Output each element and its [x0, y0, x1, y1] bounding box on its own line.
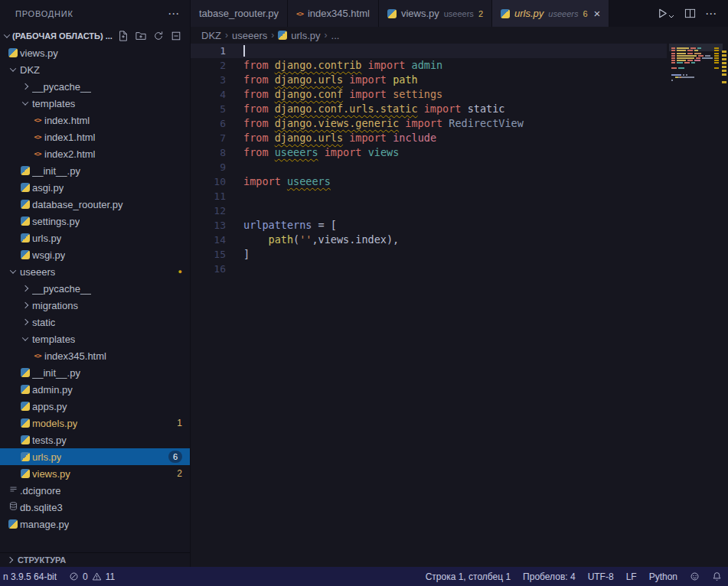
- breadcrumb-item-[interactable]: ...: [331, 30, 340, 41]
- tree-item-templates[interactable]: templates: [0, 95, 190, 112]
- line-number: 5: [191, 102, 226, 116]
- code-line-3[interactable]: 3from django.urls import path: [191, 73, 667, 87]
- tree-item-index-html[interactable]: <>index.html: [0, 112, 190, 129]
- tree-item-useeers[interactable]: useeers●: [0, 263, 190, 280]
- tree-item-views-py[interactable]: views.py: [0, 44, 190, 61]
- tab-index345-html[interactable]: <>index345.html: [288, 0, 379, 27]
- split-editor-button[interactable]: [684, 8, 696, 20]
- tree-item-dcignore[interactable]: .dcignore: [0, 482, 190, 499]
- refresh-explorer-button[interactable]: [152, 30, 165, 42]
- tree-item-label: wsgi.py: [32, 249, 65, 261]
- tree-item-db-sqlite3[interactable]: db.sqlite3: [0, 499, 190, 516]
- breadcrumb-item-urls-py[interactable]: urls.py: [278, 30, 320, 41]
- error-count: 0: [83, 571, 88, 582]
- minimap[interactable]: [671, 45, 719, 84]
- tree-item-slot: [18, 337, 32, 341]
- code-line-10[interactable]: 10import useeers: [191, 174, 667, 189]
- code-token: include: [393, 132, 436, 144]
- line-number: 1: [191, 44, 226, 58]
- tree-item-init-py[interactable]: __init__.py: [0, 162, 190, 179]
- python-interpreter-item[interactable]: n 3.9.5 64-bit: [0, 567, 63, 586]
- code-line-4[interactable]: 4from django.conf import settings: [191, 87, 667, 102]
- tab-urls-py[interactable]: urls.pyuseeers6×: [492, 0, 609, 27]
- feedback-item[interactable]: [684, 567, 706, 586]
- tree-item-templates[interactable]: templates: [0, 330, 190, 347]
- code-editor[interactable]: 12from django.contrib import admin3from …: [191, 44, 728, 567]
- tree-item-apps-py[interactable]: apps.py: [0, 398, 190, 415]
- tab-views-py[interactable]: views.pyuseeers2: [379, 0, 492, 27]
- code-line-15[interactable]: 15]: [191, 247, 667, 262]
- tree-item-models-py[interactable]: models.py1: [0, 415, 190, 431]
- new-file-button[interactable]: [117, 30, 129, 42]
- collapse-folders-button[interactable]: [170, 30, 182, 42]
- code-token: import: [349, 73, 387, 86]
- line-number: 7: [191, 131, 226, 145]
- cursor-position-item[interactable]: Строка 1, столбец 1: [419, 567, 517, 586]
- indentation-item[interactable]: Пробелов: 4: [517, 567, 582, 586]
- tree-item-pycache[interactable]: __pycache__: [0, 78, 190, 95]
- problems-indicator[interactable]: 0 11: [63, 567, 121, 586]
- code-line-12[interactable]: 12: [191, 203, 667, 218]
- tree-item-pycache[interactable]: __pycache__: [0, 280, 190, 297]
- tree-item-init-py[interactable]: __init__.py: [0, 364, 190, 381]
- tree-item-asgi-py[interactable]: asgi.py: [0, 179, 190, 196]
- notifications-item[interactable]: [706, 567, 728, 586]
- code-line-1[interactable]: 1: [191, 44, 667, 58]
- language-mode-item[interactable]: Python: [643, 567, 684, 586]
- close-icon[interactable]: ×: [594, 8, 601, 19]
- code-line-8[interactable]: 8from useeers import views: [191, 145, 667, 160]
- code-line-7[interactable]: 7from django.urls import include: [191, 131, 667, 145]
- code-line-11[interactable]: 11: [191, 189, 667, 203]
- tree-item-urls-py[interactable]: urls.py6: [0, 448, 190, 465]
- code-token: admin: [412, 59, 443, 71]
- code-line-9[interactable]: 9: [191, 160, 667, 174]
- html-file-icon: <>: [34, 116, 41, 124]
- tree-item-slot: [18, 303, 32, 308]
- code-token: [269, 88, 275, 100]
- code-line-16[interactable]: 16: [191, 262, 667, 276]
- explorer-more-actions-icon[interactable]: ⋯: [168, 8, 179, 19]
- tree-item-admin-py[interactable]: admin.py: [0, 381, 190, 398]
- encoding-item[interactable]: UTF-8: [582, 567, 620, 586]
- minimap-warning-mark: [714, 47, 719, 49]
- breadcrumb-item-dkz[interactable]: DKZ: [201, 30, 221, 41]
- code-line-14[interactable]: 14 path('',views.index),: [191, 233, 667, 247]
- tree-item-slot: [6, 484, 20, 496]
- code-token: [269, 73, 275, 86]
- tree-item-index1-html[interactable]: <>index1.html: [0, 129, 190, 145]
- tree-item-urls-py[interactable]: urls.py: [0, 230, 190, 246]
- code-line-6[interactable]: 6from django.views.generic import Redire…: [191, 116, 667, 131]
- code-line-5[interactable]: 5from django.conf.urls.static import sta…: [191, 102, 667, 116]
- code-token: django.urls: [275, 132, 343, 144]
- tree-item-index345-html[interactable]: <>index345.html: [0, 347, 190, 364]
- tree-item-static[interactable]: static: [0, 314, 190, 330]
- tree-item-settings-py[interactable]: settings.py: [0, 213, 190, 230]
- tree-item-database-roouter-py[interactable]: database_roouter.py: [0, 196, 190, 213]
- more-actions-icon[interactable]: ⋯: [705, 7, 717, 21]
- code-line-13[interactable]: 13urlpatterns = [: [191, 218, 667, 233]
- run-python-file-button[interactable]: [657, 8, 674, 19]
- tree-item-dkz[interactable]: DKZ: [0, 61, 190, 78]
- code-token: [318, 146, 325, 158]
- line-number: 9: [191, 160, 226, 174]
- tree-item-wsgi-py[interactable]: wsgi.py: [0, 246, 190, 263]
- tree-item-views-py[interactable]: views.py2: [0, 465, 190, 482]
- tree-item-index2-html[interactable]: <>index2.html: [0, 145, 190, 162]
- workspace-section-header[interactable]: (РАБОЧАЯ ОБЛАСТЬ) ...: [0, 27, 190, 44]
- tree-item-migrations[interactable]: migrations: [0, 297, 190, 314]
- breadcrumb-item-useeers[interactable]: useeers: [232, 30, 267, 41]
- eol-item[interactable]: LF: [620, 567, 643, 586]
- code-token: from: [243, 132, 269, 144]
- code-token: [387, 88, 393, 100]
- code-line-2[interactable]: 2from django.contrib import admin: [191, 58, 667, 73]
- outline-section-header[interactable]: СТРУКТУРА: [0, 552, 190, 567]
- tree-item-manage-py[interactable]: manage.py: [0, 516, 190, 532]
- workspace-actions: [117, 30, 182, 42]
- tree-item-tests-py[interactable]: tests.py: [0, 431, 190, 448]
- tree-item-slot: [18, 183, 32, 192]
- language-label: Python: [649, 571, 677, 582]
- line-text: ]: [226, 247, 250, 262]
- new-folder-button[interactable]: [135, 30, 147, 42]
- code-token: [343, 88, 349, 100]
- tab-tabase-roouter-py[interactable]: tabase_roouter.py: [191, 0, 288, 27]
